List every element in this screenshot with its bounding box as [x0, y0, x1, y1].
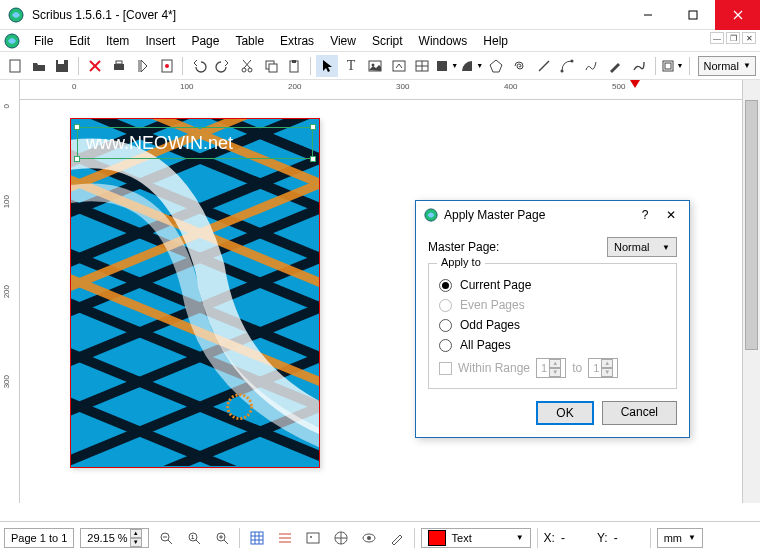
image-frame-tool[interactable]: [364, 55, 386, 77]
mdi-close-button[interactable]: ✕: [742, 32, 756, 44]
ok-button[interactable]: OK: [536, 401, 593, 425]
print-button[interactable]: [108, 55, 130, 77]
select-tool[interactable]: [316, 55, 338, 77]
polygon-tool[interactable]: [485, 55, 507, 77]
vertical-ruler: 0 100 200 300: [0, 80, 20, 503]
menu-edit[interactable]: Edit: [61, 32, 98, 50]
copy-button[interactable]: [260, 55, 282, 77]
cms-toggle[interactable]: [330, 527, 352, 549]
svg-line-61: [168, 540, 172, 544]
menu-insert[interactable]: Insert: [137, 32, 183, 50]
mdi-minimize-button[interactable]: —: [710, 32, 724, 44]
spiral-tool[interactable]: [509, 55, 531, 77]
ruler-marker[interactable]: [630, 80, 640, 88]
vertical-scrollbar[interactable]: [742, 80, 760, 503]
dialog-icon: [424, 208, 438, 222]
paste-button[interactable]: [284, 55, 306, 77]
close-doc-button[interactable]: [84, 55, 106, 77]
open-button[interactable]: [28, 55, 50, 77]
menu-file[interactable]: File: [26, 32, 61, 50]
resize-handle[interactable]: [310, 156, 316, 162]
svg-point-33: [561, 69, 564, 72]
minimize-button[interactable]: [625, 0, 670, 30]
redo-button[interactable]: [212, 55, 234, 77]
calligraphic-tool[interactable]: [604, 55, 626, 77]
rotate-tool[interactable]: [628, 55, 650, 77]
menu-item[interactable]: Item: [98, 32, 137, 50]
bezier-tool[interactable]: [556, 55, 578, 77]
edit-mode-toggle[interactable]: [386, 527, 408, 549]
dialog-help-button[interactable]: ?: [635, 208, 655, 222]
line-tool[interactable]: [533, 55, 555, 77]
preview-mode-select[interactable]: Normal▼: [698, 56, 755, 76]
menu-view[interactable]: View: [322, 32, 364, 50]
save-button[interactable]: [52, 55, 74, 77]
layer-selector[interactable]: Text ▼: [421, 528, 531, 548]
freehand-tool[interactable]: [580, 55, 602, 77]
cut-button[interactable]: [236, 55, 258, 77]
dialog-titlebar[interactable]: Apply Master Page ? ✕: [416, 201, 689, 229]
master-page-label: Master Page:: [428, 240, 607, 254]
table-tool[interactable]: [411, 55, 433, 77]
resize-handle[interactable]: [74, 124, 80, 130]
svg-point-17: [248, 68, 252, 72]
mdi-restore-button[interactable]: ❐: [726, 32, 740, 44]
within-range-checkbox: [439, 362, 452, 375]
cancel-button[interactable]: Cancel: [602, 401, 677, 425]
radio-even-pages: Even Pages: [439, 298, 666, 312]
resize-handle[interactable]: [74, 156, 80, 162]
window-title: Scribus 1.5.6.1 - [Cover 4*]: [32, 8, 625, 22]
resize-handle[interactable]: [310, 124, 316, 130]
render-frame-tool[interactable]: [388, 55, 410, 77]
text-frame[interactable]: www.NEOWIN.net: [77, 127, 313, 159]
master-page-select[interactable]: Normal▼: [607, 237, 677, 257]
radio-all-pages[interactable]: All Pages: [439, 338, 666, 352]
guides-toggle[interactable]: [246, 527, 268, 549]
baseline-toggle[interactable]: [274, 527, 296, 549]
radio-odd-pages[interactable]: Odd Pages: [439, 318, 666, 332]
maximize-button[interactable]: [670, 0, 715, 30]
page-text: www.NEOWIN.net: [86, 133, 233, 154]
radio-current-page[interactable]: Current Page: [439, 278, 666, 292]
svg-rect-21: [269, 64, 277, 72]
menu-script[interactable]: Script: [364, 32, 411, 50]
menu-page[interactable]: Page: [183, 32, 227, 50]
zoom-out-button[interactable]: [155, 527, 177, 549]
zoom-reset-button[interactable]: 1: [183, 527, 205, 549]
zoom-field[interactable]: 29.15 %▲▼: [80, 528, 148, 548]
doc-icon: [4, 33, 20, 49]
unit-selector[interactable]: mm▼: [657, 528, 703, 548]
dialog-close-button[interactable]: ✕: [661, 208, 681, 222]
menu-table[interactable]: Table: [227, 32, 272, 50]
shape-tool[interactable]: ▼: [435, 59, 458, 73]
arc-tool[interactable]: ▼: [460, 59, 483, 73]
page-indicator[interactable]: Page 1 to 1: [4, 528, 74, 548]
x-value: -: [561, 531, 591, 545]
images-toggle[interactable]: [302, 527, 324, 549]
toolbar: T ▼ ▼ ▼ Normal▼: [0, 52, 760, 80]
menu-extras[interactable]: Extras: [272, 32, 322, 50]
range-from-spinner: 1▲▼: [536, 358, 566, 378]
text-frame-tool[interactable]: T: [340, 55, 362, 77]
zoom-up[interactable]: ▲: [130, 529, 142, 538]
range-to-spinner: 1▲▼: [588, 358, 618, 378]
preview-toggle[interactable]: [358, 527, 380, 549]
horizontal-ruler: 0 100 200 300 400 500: [20, 80, 742, 100]
layer-name: Text: [452, 532, 472, 544]
svg-point-15: [165, 64, 169, 68]
menu-help[interactable]: Help: [475, 32, 516, 50]
undo-button[interactable]: [188, 55, 210, 77]
menu-windows[interactable]: Windows: [411, 32, 476, 50]
document-page[interactable]: www.NEOWIN.net: [70, 118, 320, 468]
svg-text:1: 1: [191, 534, 195, 540]
export-pdf-button[interactable]: [156, 55, 178, 77]
svg-rect-30: [437, 61, 447, 71]
zoom-in-button[interactable]: [211, 527, 233, 549]
svg-line-32: [539, 61, 549, 71]
preflight-button[interactable]: [132, 55, 154, 77]
svg-rect-36: [665, 63, 671, 69]
zoom-tool[interactable]: ▼: [661, 59, 684, 73]
zoom-down[interactable]: ▼: [130, 538, 142, 547]
new-doc-button[interactable]: [4, 55, 26, 77]
close-button[interactable]: [715, 0, 760, 30]
